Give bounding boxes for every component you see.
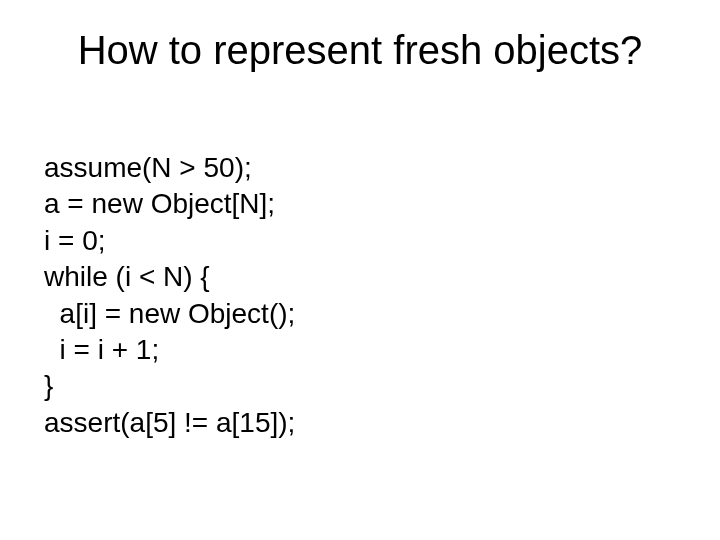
code-line: while (i < N) { <box>44 261 210 292</box>
code-line: assert(a[5] != a[15]); <box>44 407 295 438</box>
code-line: a = new Object[N]; <box>44 188 275 219</box>
code-block: assume(N > 50); a = new Object[N]; i = 0… <box>44 150 295 441</box>
code-line: assume(N > 50); <box>44 152 252 183</box>
code-line: } <box>44 370 53 401</box>
slide-title: How to represent fresh objects? <box>0 28 720 73</box>
code-line: a[i] = new Object(); <box>44 298 295 329</box>
code-line: i = 0; <box>44 225 105 256</box>
slide: How to represent fresh objects? assume(N… <box>0 0 720 540</box>
code-line: i = i + 1; <box>44 334 159 365</box>
